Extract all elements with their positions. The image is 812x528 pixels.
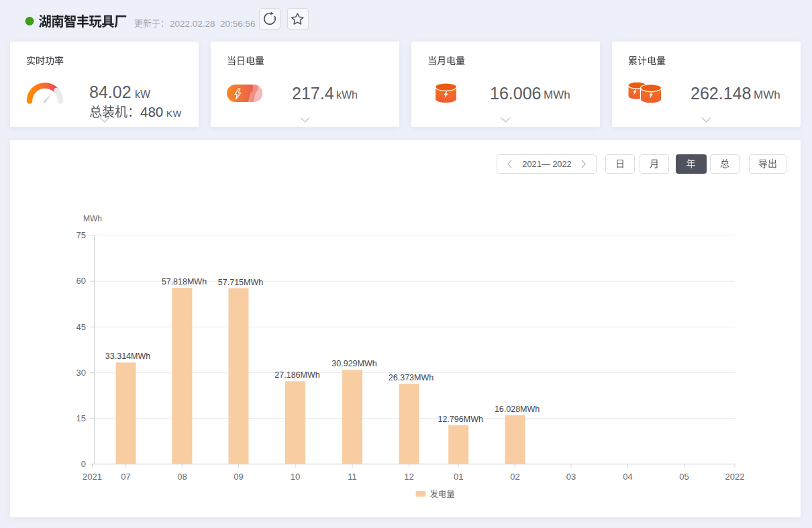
svg-text:2022.02.28 20:56:56: 2022.02.28 20:56:56 xyxy=(170,19,256,29)
